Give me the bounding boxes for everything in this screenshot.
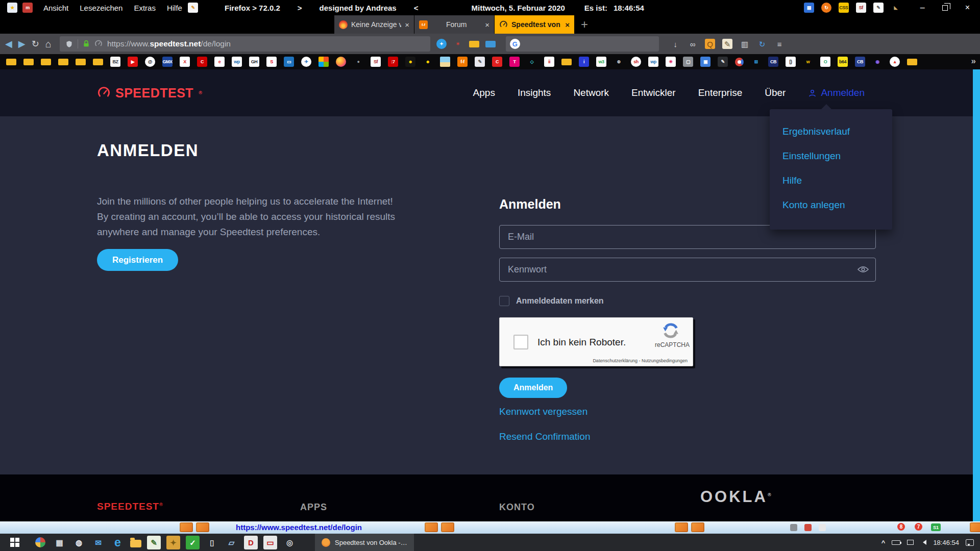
nav-ueber[interactable]: Über [765, 87, 786, 98]
dropdown-konto-anlegen[interactable]: Konto anlegen [770, 193, 892, 217]
tab-forum[interactable]: f-f Forum × [414, 15, 494, 34]
taskbar-presentation-icon[interactable]: ▦ [53, 536, 66, 549]
bookmark-telekom-icon[interactable]: T [509, 57, 520, 67]
taskbar-check-icon[interactable]: ✓ [186, 536, 200, 549]
menu-ansicht[interactable]: Ansicht [38, 4, 74, 12]
desktop-icon[interactable] [180, 522, 193, 532]
remember-checkbox[interactable] [499, 296, 509, 306]
desktop-icon[interactable] [691, 522, 704, 532]
tray-mini-icon[interactable] [804, 524, 812, 531]
tray-mini-icon[interactable] [790, 524, 797, 531]
bookmark-folder-icon[interactable] [23, 59, 34, 65]
bookmark-c-red-icon[interactable]: C [492, 57, 502, 67]
tab-close-icon[interactable]: × [565, 20, 570, 29]
bookmark-monitor-icon[interactable]: ▭ [284, 57, 294, 67]
status-badge[interactable]: S1 [931, 523, 941, 531]
password-field[interactable] [499, 258, 876, 282]
clapper-icon[interactable]: ▥ [740, 39, 750, 49]
messenger-icon[interactable]: ✦ [436, 39, 447, 49]
taskbar-edge-icon[interactable]: e [111, 536, 125, 549]
network-icon[interactable] [907, 540, 914, 545]
bookmark-smiley-dark-icon[interactable]: ☻ [405, 57, 415, 67]
bookmark-slack-icon[interactable]: ✳ [666, 57, 676, 67]
restore-button[interactable] [942, 5, 948, 11]
login-submit-button[interactable]: Anmelden [499, 378, 567, 398]
bookmark-pen-icon[interactable]: ✎ [718, 57, 728, 67]
forward-button[interactable]: ▶ [18, 39, 26, 48]
bookmark-seven-icon[interactable]: :7 [388, 57, 398, 67]
speedtest-logo[interactable]: SPEEDTEST® [97, 86, 202, 101]
bookmark-wordpress-icon[interactable]: wp [232, 57, 242, 67]
bookmark-chat-icon[interactable]: ▣ [700, 57, 710, 67]
bookmark-grid-icon[interactable] [318, 57, 329, 67]
tab-close-icon[interactable]: × [485, 20, 489, 29]
bookmark-ff-forum-icon[interactable]: f-f [457, 57, 468, 67]
bookmark-folder-icon[interactable] [93, 59, 103, 65]
bookmark-w3-icon[interactable]: w3 [596, 57, 606, 67]
page-scrollbar[interactable] [973, 69, 980, 521]
desktop-icon[interactable] [970, 522, 980, 532]
start-button[interactable] [0, 534, 30, 551]
taskbar-monitor-red-icon[interactable]: ▭ [263, 536, 277, 549]
taskbar-media-icon[interactable] [35, 537, 45, 547]
search-bar[interactable]: G [506, 36, 659, 52]
new-tab-button[interactable]: + [581, 18, 588, 31]
recaptcha-terms[interactable]: Datenschutzerklärung - Nutzungsbedingung… [593, 358, 688, 363]
taskbar-sphere-icon[interactable]: ◍ [72, 536, 86, 549]
bookmark-sparkasse-icon[interactable]: S [266, 57, 277, 67]
menu-icon[interactable]: ≡ [774, 39, 785, 49]
bookmark-globe-icon[interactable]: ⊕ [614, 57, 624, 67]
taskbar-key-icon[interactable]: ✦ [166, 536, 180, 549]
bookmark-o-icon[interactable]: O [820, 57, 830, 67]
dropdown-hilfe[interactable]: Hilfe [770, 168, 892, 193]
pencil-icon[interactable]: ✎ [188, 3, 198, 13]
css-icon[interactable]: CSS [839, 3, 849, 13]
bookmark-folder-icon[interactable] [76, 59, 86, 65]
bookmark-w-icon[interactable]: w [803, 57, 813, 67]
action-center-icon[interactable] [966, 539, 974, 546]
bookmark-computerbild-icon[interactable]: C [197, 57, 207, 67]
taskbar-camera-icon[interactable]: ◎ [283, 536, 297, 549]
bookmark-at-icon[interactable]: @ [145, 57, 155, 67]
taskbar-notepad-icon[interactable]: ✎ [147, 536, 161, 549]
bookmark-bz-icon[interactable]: BZ [110, 57, 120, 67]
bookmark-donut-icon[interactable] [735, 58, 744, 66]
nav-anmelden[interactable]: Anmelden [808, 87, 865, 98]
bookmark-folder-icon[interactable] [58, 59, 68, 65]
nav-network[interactable]: Network [573, 87, 609, 98]
resend-confirmation-link[interactable]: Resend Confirmation [499, 431, 590, 442]
bookmark-flame-icon[interactable]: ▲ [890, 57, 900, 67]
taskbar-thunderbird-icon[interactable]: ✉ [91, 536, 105, 549]
bookmark-folder-icon[interactable] [907, 59, 917, 65]
bookmark-bracket-icon[interactable]: [) [786, 57, 796, 67]
search-input[interactable] [524, 40, 655, 48]
bookmark-windows-icon[interactable]: ⊞ [751, 57, 761, 67]
battery-icon[interactable] [892, 540, 900, 545]
download-icon[interactable]: ↓ [670, 39, 680, 49]
bookmark-folder-icon[interactable] [561, 59, 572, 65]
figure-icon[interactable]: ✶ [453, 39, 463, 49]
bookmark-wordpress-icon[interactable]: wp [648, 57, 658, 67]
bookmark-b64-icon[interactable]: b64 [838, 57, 848, 67]
blue-folder-icon[interactable] [485, 41, 496, 47]
bookmark-tv-icon[interactable]: ▢ [683, 57, 693, 67]
panel-icon[interactable]: ▤ [804, 3, 814, 13]
taskbar-explorer-icon[interactable] [130, 540, 141, 547]
nav-insights[interactable]: Insights [518, 87, 551, 98]
desktop-icon[interactable] [196, 522, 209, 532]
tab-keine-anzeige[interactable]: Keine Anzeige vo × [334, 15, 414, 34]
bookmarks-overflow-chevron[interactable]: » [971, 56, 976, 66]
nav-enterprise[interactable]: Enterprise [698, 87, 743, 98]
menu-hilfe[interactable]: Hilfe [161, 4, 188, 12]
bookmark-diamond-icon[interactable]: ◇ [527, 57, 537, 67]
show-password-icon[interactable] [857, 265, 869, 273]
address-bar[interactable]: https://www.speedtest.net/de/login [60, 36, 430, 52]
calendar-icon[interactable]: m [22, 3, 33, 13]
lock-icon[interactable] [83, 40, 90, 48]
forgot-password-link[interactable]: Kennwort vergessen [499, 406, 587, 417]
bookmark-cb-icon[interactable]: CB [768, 57, 778, 67]
taskbar-tablet-icon[interactable]: ▱ [225, 536, 238, 549]
speaker-icon[interactable] [920, 540, 926, 545]
notification-badge[interactable]: 8 [897, 523, 905, 531]
nav-entwickler[interactable]: Entwickler [631, 87, 676, 98]
